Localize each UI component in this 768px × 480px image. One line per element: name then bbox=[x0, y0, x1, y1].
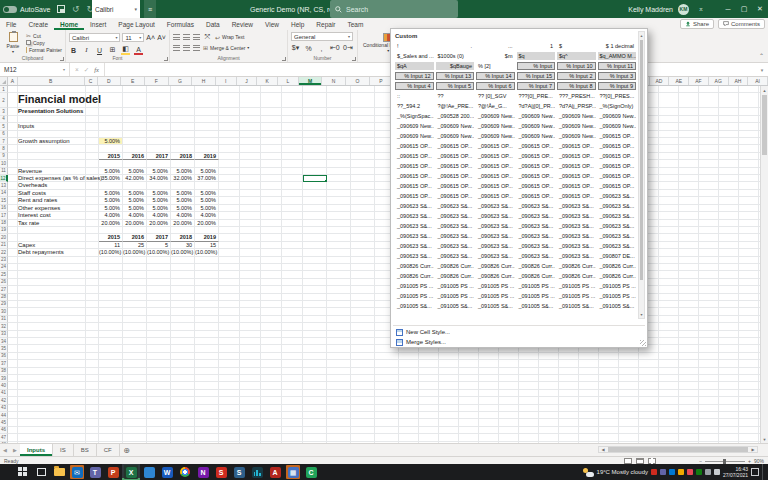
cell-C47[interactable] bbox=[86, 434, 99, 441]
cell-A11[interactable] bbox=[8, 168, 18, 175]
cell-F37[interactable] bbox=[147, 360, 171, 367]
cell-M47[interactable] bbox=[303, 434, 327, 441]
cell-AH19[interactable] bbox=[739, 227, 759, 234]
cell-AE29[interactable] bbox=[679, 301, 699, 308]
column-header-L[interactable]: L bbox=[278, 77, 299, 85]
cell-J19[interactable] bbox=[240, 227, 261, 234]
cell-AH15[interactable] bbox=[739, 197, 759, 204]
cell-O31[interactable] bbox=[351, 316, 375, 323]
cell-B32[interactable] bbox=[18, 323, 86, 330]
cell-O8[interactable] bbox=[351, 145, 375, 152]
cell-C24[interactable] bbox=[86, 264, 99, 271]
cell-style-chip-r15c5[interactable]: _090615 OP... bbox=[557, 182, 596, 190]
cell-AF36[interactable] bbox=[699, 353, 719, 360]
cell-F19[interactable] bbox=[147, 227, 171, 234]
cell-AF10[interactable] bbox=[699, 160, 719, 167]
cell-style-chip-r8c5[interactable]: _090609 New... bbox=[557, 112, 596, 120]
cell-K8[interactable] bbox=[261, 145, 282, 152]
cell-style-chip-r24c5[interactable]: _090826 Curr... bbox=[557, 272, 596, 280]
cell-H45[interactable] bbox=[195, 419, 219, 426]
cell-F17[interactable]: 4.00% bbox=[147, 212, 171, 219]
cell-B44[interactable] bbox=[18, 412, 86, 419]
cell-W47[interactable] bbox=[519, 434, 539, 441]
cell-A17[interactable] bbox=[8, 212, 18, 219]
cell-P47[interactable] bbox=[375, 434, 399, 441]
increase-font-icon[interactable]: A˄ bbox=[146, 34, 155, 41]
cell-style-chip-r11c5[interactable]: _090615 OP... bbox=[557, 142, 596, 150]
cell-E18[interactable]: 20.00% bbox=[123, 220, 147, 227]
cell-L47[interactable] bbox=[282, 434, 303, 441]
cell-style-chip-r8c6[interactable]: _090609 New... bbox=[598, 112, 637, 120]
cell-D19[interactable] bbox=[99, 227, 123, 234]
cell-style-chip-r17c5[interactable]: _090623 S&... bbox=[557, 202, 596, 210]
cell-D24[interactable] bbox=[99, 264, 123, 271]
cell-O17[interactable] bbox=[351, 212, 375, 219]
cell-style-chip-r16c5[interactable]: _090615 OP... bbox=[557, 192, 596, 200]
cell-U38[interactable] bbox=[479, 368, 499, 375]
ribbon-tab-repair[interactable]: Repair bbox=[310, 18, 341, 30]
cell-N9[interactable] bbox=[327, 153, 351, 160]
cell-G45[interactable] bbox=[171, 419, 195, 426]
cell-H27[interactable] bbox=[195, 286, 219, 293]
action-center-icon[interactable] bbox=[751, 468, 759, 476]
cell-AH28[interactable] bbox=[739, 294, 759, 301]
cell-AF22[interactable] bbox=[699, 249, 719, 256]
cell-I30[interactable] bbox=[219, 308, 240, 315]
cell-F20[interactable]: 2017 bbox=[147, 234, 171, 241]
number-format-select[interactable]: General▾ bbox=[291, 32, 353, 41]
cell-M23[interactable] bbox=[303, 257, 327, 264]
cell-style-chip-r14c4[interactable]: _090615 OP... bbox=[517, 172, 556, 180]
cell-I16[interactable] bbox=[219, 205, 240, 212]
cell-B43[interactable] bbox=[18, 405, 86, 412]
cell-M45[interactable] bbox=[303, 419, 327, 426]
cell-J15[interactable] bbox=[240, 197, 261, 204]
cell-B2[interactable]: Financial model bbox=[18, 93, 86, 108]
cell-N3[interactable] bbox=[327, 108, 351, 115]
cell-H35[interactable] bbox=[195, 345, 219, 352]
cell-style-chip-r22c5[interactable]: _090623 S&... bbox=[557, 252, 596, 260]
cell-C33[interactable] bbox=[86, 331, 99, 338]
cell-X37[interactable] bbox=[539, 360, 559, 367]
cell-O15[interactable] bbox=[351, 197, 375, 204]
cell-style-chip-r9c5[interactable]: _090609 New... bbox=[557, 122, 596, 130]
cell-U42[interactable] bbox=[479, 397, 499, 404]
cell-AE12[interactable] bbox=[679, 175, 699, 182]
cell-AD5[interactable] bbox=[659, 123, 679, 130]
cell-G17[interactable]: 4.00% bbox=[171, 212, 195, 219]
cell-J14[interactable] bbox=[240, 190, 261, 197]
font-color-button[interactable]: A bbox=[134, 46, 143, 55]
cell-K1[interactable] bbox=[261, 86, 282, 93]
cell-AF40[interactable] bbox=[699, 382, 719, 389]
cell-AE11[interactable] bbox=[679, 168, 699, 175]
cell-AG19[interactable] bbox=[719, 227, 739, 234]
cell-style-chip-r3c5[interactable]: % Input 10 bbox=[557, 62, 596, 70]
percent-style-icon[interactable]: % bbox=[304, 45, 313, 52]
cell-AG23[interactable] bbox=[719, 257, 739, 264]
cell-W38[interactable] bbox=[519, 368, 539, 375]
cell-style-chip-r5c6[interactable]: % Input 9 bbox=[598, 82, 637, 90]
cell-AF26[interactable] bbox=[699, 279, 719, 286]
cell-AF41[interactable] bbox=[699, 390, 719, 397]
cell-B12[interactable]: Direct expenses (as % of sales) bbox=[18, 175, 86, 182]
cell-AD27[interactable] bbox=[659, 286, 679, 293]
cell-U37[interactable] bbox=[479, 360, 499, 367]
cell-C11[interactable] bbox=[86, 168, 99, 175]
cell-Z46[interactable] bbox=[579, 427, 599, 434]
taskbar-word-icon[interactable]: W bbox=[158, 464, 176, 480]
cell-T37[interactable] bbox=[459, 360, 479, 367]
cell-G18[interactable]: 20.00% bbox=[171, 220, 195, 227]
cell-AE9[interactable] bbox=[679, 153, 699, 160]
cell-AE8[interactable] bbox=[679, 145, 699, 152]
cell-style-chip-r11c4[interactable]: _090615 OP... bbox=[517, 142, 556, 150]
cell-O7[interactable] bbox=[351, 138, 375, 145]
cell-L17[interactable] bbox=[282, 212, 303, 219]
cell-AF4[interactable] bbox=[699, 116, 719, 123]
cell-AG1[interactable] bbox=[719, 86, 739, 93]
cell-E28[interactable] bbox=[123, 294, 147, 301]
cell-AE39[interactable] bbox=[679, 375, 699, 382]
close-button[interactable]: ✕ bbox=[752, 0, 768, 18]
cell-AG13[interactable] bbox=[719, 182, 739, 189]
cell-C20[interactable] bbox=[86, 234, 99, 241]
cell-X47[interactable] bbox=[539, 434, 559, 441]
cell-AH36[interactable] bbox=[739, 353, 759, 360]
